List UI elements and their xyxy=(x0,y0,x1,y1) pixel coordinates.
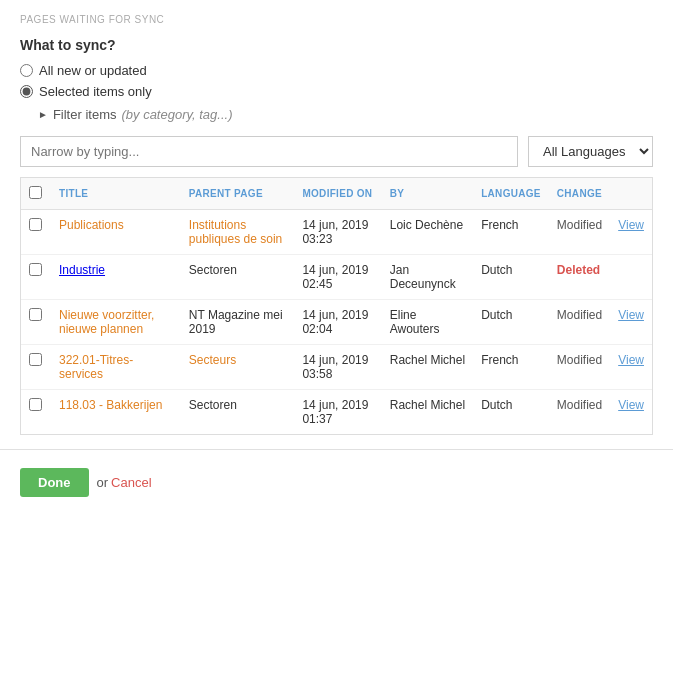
row-language: French xyxy=(473,210,549,255)
radio-all-new-label: All new or updated xyxy=(39,63,147,78)
row-view: View xyxy=(610,390,652,435)
row-language: Dutch xyxy=(473,300,549,345)
select-all-checkbox[interactable] xyxy=(29,186,42,199)
th-modified-on: MODIFIED ON xyxy=(294,178,381,210)
row-title: 118.03 - Bakkerijen xyxy=(51,390,181,435)
row-title: 322.01-Titres-services xyxy=(51,345,181,390)
row-parent: NT Magazine mei 2019 xyxy=(181,300,295,345)
search-input[interactable] xyxy=(20,136,518,167)
row-parent-link[interactable]: Institutions publiques de soin xyxy=(189,218,282,246)
filter-toggle-arrow-icon: ► xyxy=(38,109,48,120)
th-language: LANGUAGE xyxy=(473,178,549,210)
row-checkbox[interactable] xyxy=(29,218,42,231)
done-button[interactable]: Done xyxy=(20,468,89,497)
radio-selected[interactable]: Selected items only xyxy=(20,84,653,99)
row-title: Nieuwe voorzitter, nieuwe plannen xyxy=(51,300,181,345)
th-by: BY xyxy=(382,178,473,210)
th-view xyxy=(610,178,652,210)
row-title-link[interactable]: Nieuwe voorzitter, nieuwe plannen xyxy=(59,308,154,336)
row-modified-on: 14 jun, 2019 03:23 xyxy=(294,210,381,255)
th-parent-page: PARENT PAGE xyxy=(181,178,295,210)
row-title: Industrie xyxy=(51,255,181,300)
table-row: 322.01-Titres-servicesSecteurs14 jun, 20… xyxy=(21,345,652,390)
row-checkbox-cell xyxy=(21,300,51,345)
row-language: Dutch xyxy=(473,390,549,435)
table-row: PublicationsInstitutions publiques de so… xyxy=(21,210,652,255)
row-view-link[interactable]: View xyxy=(618,218,644,232)
row-by: Eline Awouters xyxy=(382,300,473,345)
table-row: Nieuwe voorzitter, nieuwe plannenNT Maga… xyxy=(21,300,652,345)
row-change: Modified xyxy=(549,345,610,390)
radio-all-new[interactable]: All new or updated xyxy=(20,63,653,78)
filter-toggle-subtext: (by category, tag...) xyxy=(121,107,232,122)
row-language: Dutch xyxy=(473,255,549,300)
items-table: TITLE PARENT PAGE MODIFIED ON BY LANGUAG… xyxy=(21,178,652,434)
row-view-link[interactable]: View xyxy=(618,353,644,367)
filter-toggle-label: Filter items xyxy=(53,107,117,122)
page-header: PAGES WAITING FOR SYNC xyxy=(0,0,673,33)
row-checkbox[interactable] xyxy=(29,263,42,276)
row-change: Modified xyxy=(549,300,610,345)
row-by: Loic Dechène xyxy=(382,210,473,255)
filter-toggle[interactable]: ► Filter items (by category, tag...) xyxy=(38,107,653,122)
table-row: IndustrieSectoren14 jun, 2019 02:45Jan D… xyxy=(21,255,652,300)
row-checkbox-cell xyxy=(21,345,51,390)
row-change: Modified xyxy=(549,210,610,255)
row-parent: Secteurs xyxy=(181,345,295,390)
row-view xyxy=(610,255,652,300)
row-title-link[interactable]: 322.01-Titres-services xyxy=(59,353,133,381)
row-modified-on: 14 jun, 2019 03:58 xyxy=(294,345,381,390)
row-parent: Sectoren xyxy=(181,390,295,435)
row-change: Deleted xyxy=(549,255,610,300)
radio-selected-label: Selected items only xyxy=(39,84,152,99)
radio-selected-input[interactable] xyxy=(20,85,33,98)
radio-all-new-input[interactable] xyxy=(20,64,33,77)
language-select[interactable]: All Languages xyxy=(528,136,653,167)
table-container: TITLE PARENT PAGE MODIFIED ON BY LANGUAG… xyxy=(20,177,653,435)
row-view-link[interactable]: View xyxy=(618,308,644,322)
or-text: or xyxy=(97,475,109,490)
row-view: View xyxy=(610,210,652,255)
row-by: Jan Deceunynck xyxy=(382,255,473,300)
row-title-link[interactable]: Publications xyxy=(59,218,124,232)
row-parent-link[interactable]: Secteurs xyxy=(189,353,236,367)
row-view: View xyxy=(610,300,652,345)
row-checkbox-cell xyxy=(21,255,51,300)
row-title-link[interactable]: 118.03 - Bakkerijen xyxy=(59,398,162,412)
row-parent: Institutions publiques de soin xyxy=(181,210,295,255)
row-parent: Sectoren xyxy=(181,255,295,300)
th-title: TITLE xyxy=(51,178,181,210)
row-modified-on: 14 jun, 2019 02:45 xyxy=(294,255,381,300)
row-by: Rachel Michel xyxy=(382,390,473,435)
th-change: CHANGE xyxy=(549,178,610,210)
table-header-row: TITLE PARENT PAGE MODIFIED ON BY LANGUAG… xyxy=(21,178,652,210)
th-checkbox xyxy=(21,178,51,210)
footer: Done or Cancel xyxy=(0,449,673,515)
row-language: French xyxy=(473,345,549,390)
cancel-link[interactable]: Cancel xyxy=(111,475,151,490)
radio-group: All new or updated Selected items only xyxy=(20,63,653,99)
row-view-link[interactable]: View xyxy=(618,398,644,412)
row-checkbox[interactable] xyxy=(29,398,42,411)
row-checkbox[interactable] xyxy=(29,353,42,366)
row-checkbox-cell xyxy=(21,390,51,435)
search-row: All Languages xyxy=(20,136,653,167)
row-view: View xyxy=(610,345,652,390)
row-change: Modified xyxy=(549,390,610,435)
what-to-sync-label: What to sync? xyxy=(20,37,653,53)
table-row: 118.03 - BakkerijenSectoren14 jun, 2019 … xyxy=(21,390,652,435)
row-title: Publications xyxy=(51,210,181,255)
row-title-link[interactable]: Industrie xyxy=(59,263,105,277)
row-checkbox-cell xyxy=(21,210,51,255)
row-checkbox[interactable] xyxy=(29,308,42,321)
row-modified-on: 14 jun, 2019 02:04 xyxy=(294,300,381,345)
row-by: Rachel Michel xyxy=(382,345,473,390)
row-modified-on: 14 jun, 2019 01:37 xyxy=(294,390,381,435)
